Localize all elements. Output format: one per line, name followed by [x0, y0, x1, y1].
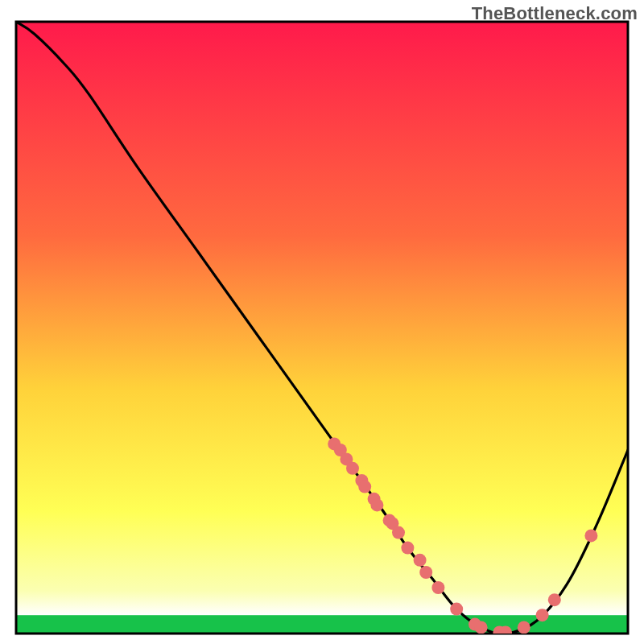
curve-marker — [431, 581, 444, 594]
curve-marker — [499, 625, 512, 638]
curve-marker — [584, 529, 597, 542]
green-band — [16, 615, 628, 634]
curve-marker — [450, 603, 463, 616]
curve-marker — [414, 554, 427, 567]
curve-marker — [401, 542, 414, 555]
curve-marker — [419, 566, 432, 579]
plot-background — [16, 22, 628, 634]
chart-frame: TheBottleneck.com — [0, 0, 644, 644]
curve-marker — [392, 526, 405, 539]
curve-marker — [536, 609, 549, 621]
curve-marker — [518, 621, 530, 634]
curve-marker — [358, 481, 371, 493]
watermark-text: TheBottleneck.com — [472, 3, 638, 24]
curve-marker — [346, 462, 359, 475]
curve-marker — [475, 621, 488, 634]
bottleneck-chart — [0, 0, 644, 644]
curve-marker — [548, 593, 561, 606]
curve-marker — [370, 498, 383, 511]
